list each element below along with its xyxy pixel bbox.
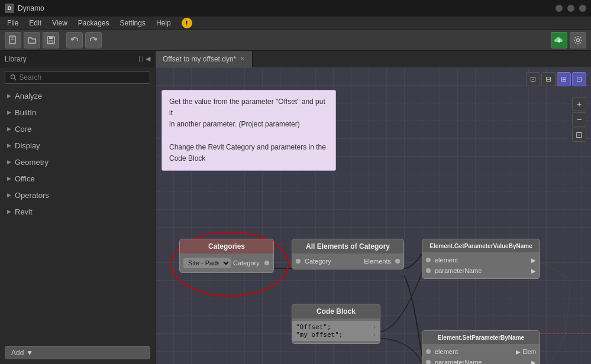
menu-settings[interactable]: Settings bbox=[115, 18, 150, 28]
category-port-label: Category bbox=[233, 259, 260, 266]
menu-file[interactable]: File bbox=[2, 18, 23, 28]
set-element-input-port bbox=[426, 349, 431, 354]
get-param-header: Element.GetParameterValueByName bbox=[422, 239, 540, 252]
warning-icon[interactable]: ! bbox=[182, 18, 192, 28]
settings-button[interactable] bbox=[570, 32, 586, 48]
menubar: File Edit View Packages Settings Help ! bbox=[0, 17, 591, 30]
sidebar-item-label: BuiltIn bbox=[15, 108, 36, 117]
tab-bar: Offset to my offset.dyn* ✕ bbox=[156, 51, 591, 67]
info-box: Get the value from the parameter "Offset… bbox=[162, 90, 336, 171]
set-param-row-param: parameterName ▶ bbox=[422, 357, 540, 364]
sidebar-item-label: Office bbox=[15, 174, 35, 183]
zoom-controls: + − ⊡ bbox=[572, 97, 586, 142]
code-row-2: "my offset"; › bbox=[296, 331, 376, 339]
category-output-port bbox=[264, 261, 269, 265]
menu-help[interactable]: Help bbox=[151, 18, 176, 28]
svg-point-7 bbox=[577, 38, 580, 41]
set-param-row-element: element ▶ Elem bbox=[422, 346, 540, 357]
sidebar-item-label: Display bbox=[15, 141, 40, 150]
canvas[interactable]: ⊡ ⊟ ⊞ ⊡ + − ⊡ Get the value from the par… bbox=[156, 67, 591, 364]
canvas-area: Offset to my offset.dyn* ✕ ⊡ ⊟ ⊞ ⊡ + − ⊡… bbox=[156, 51, 591, 364]
search-icon bbox=[10, 74, 17, 81]
chevron-right-icon: ▶ bbox=[7, 159, 11, 165]
get-param-row-element: element ▶ bbox=[422, 255, 540, 265]
elements-output-label: Elements bbox=[364, 258, 391, 265]
add-btn-container: Add ▼ bbox=[0, 342, 155, 364]
menu-edit[interactable]: Edit bbox=[24, 18, 46, 28]
all-elements-node: All Elements of Category Category Elemen… bbox=[292, 239, 404, 269]
chevron-right-icon: ▶ bbox=[7, 126, 11, 132]
set-param-node: Element.SetParameterByName element ▶ Ele… bbox=[422, 330, 540, 364]
tab-close-icon[interactable]: ✕ bbox=[240, 55, 245, 63]
chevron-right-icon: ▶ bbox=[7, 209, 11, 214]
canvas-tool-3d[interactable]: ⊞ bbox=[557, 72, 571, 86]
param-input-port bbox=[426, 268, 431, 273]
app-logo: D bbox=[5, 4, 14, 13]
maximize-button[interactable] bbox=[567, 5, 574, 12]
all-elements-row: Category Elements bbox=[292, 256, 403, 266]
sidebar-header: Library | | ◀ bbox=[0, 51, 155, 67]
sidebar-item-operators[interactable]: ▶ Operators bbox=[0, 187, 155, 203]
sidebar-item-core[interactable]: ▶ Core bbox=[0, 121, 155, 137]
chevron-right-icon: ▶ bbox=[7, 192, 11, 198]
titlebar-left: D Dynamo bbox=[5, 4, 44, 13]
tab-main[interactable]: Offset to my offset.dyn* ✕ bbox=[156, 51, 253, 67]
open-button[interactable] bbox=[24, 32, 40, 48]
search-box bbox=[5, 71, 150, 84]
info-line4: Change the Revit Category and parameters… bbox=[169, 142, 328, 153]
get-param-node: Element.GetParameterValueByName element … bbox=[422, 239, 540, 279]
app-title: Dynamo bbox=[18, 4, 44, 12]
element-input-port bbox=[426, 258, 431, 262]
library-label: Library bbox=[5, 55, 27, 63]
add-button[interactable]: Add ▼ bbox=[5, 346, 150, 359]
redo-button[interactable] bbox=[85, 32, 102, 48]
code-block-header: Code Block bbox=[292, 304, 380, 318]
sidebar-item-revit[interactable]: ▶ Revit bbox=[0, 203, 155, 220]
info-line1: Get the value from the parameter "Offset… bbox=[169, 96, 328, 119]
save-button[interactable] bbox=[43, 32, 59, 48]
zoom-out-button[interactable]: − bbox=[572, 112, 586, 126]
new-button[interactable] bbox=[5, 32, 21, 48]
dropdown-arrow-icon: ▼ bbox=[26, 349, 33, 357]
close-button[interactable] bbox=[579, 5, 586, 12]
svg-line-9 bbox=[14, 78, 16, 80]
fit-view-button[interactable]: ⊡ bbox=[572, 128, 586, 142]
svg-rect-4 bbox=[49, 37, 53, 39]
sidebar-item-analyze[interactable]: ▶ Analyze bbox=[0, 87, 155, 104]
sidebar-item-geometry[interactable]: ▶ Geometry bbox=[0, 154, 155, 170]
undo-button[interactable] bbox=[66, 32, 83, 48]
code-content[interactable]: "Offset"; › "my offset"; › bbox=[292, 321, 380, 341]
sidebar-item-label: Geometry bbox=[15, 158, 49, 167]
categories-select-row: Site - Pads Category bbox=[180, 256, 273, 270]
main-layout: Library | | ◀ ▶ Analyze ▶ BuiltIn ▶ Core… bbox=[0, 51, 591, 364]
window-controls bbox=[556, 5, 586, 12]
search-input[interactable] bbox=[19, 73, 145, 82]
menu-view[interactable]: View bbox=[47, 18, 72, 28]
sidebar-item-label: Core bbox=[15, 125, 31, 134]
sidebar-item-builtin[interactable]: ▶ BuiltIn bbox=[0, 104, 155, 121]
sidebar-icons: | | ◀ bbox=[138, 55, 150, 63]
zoom-in-button[interactable]: + bbox=[572, 97, 586, 111]
svg-point-8 bbox=[11, 75, 15, 79]
elements-output-port bbox=[395, 259, 400, 264]
search-container bbox=[0, 67, 155, 87]
category-dropdown[interactable]: Site - Pads bbox=[183, 258, 231, 268]
titlebar: D Dynamo bbox=[0, 0, 591, 17]
sidebar-item-office[interactable]: ▶ Office bbox=[0, 170, 155, 187]
code-block-node: Code Block "Offset"; › "my offset"; › bbox=[292, 304, 380, 344]
categories-node: Categories Site - Pads Category bbox=[179, 239, 274, 273]
canvas-tool-home[interactable]: ⊡ bbox=[526, 72, 540, 86]
minimize-button[interactable] bbox=[556, 5, 563, 12]
canvas-tool-fit[interactable]: ⊟ bbox=[541, 72, 556, 86]
all-elements-body: Category Elements bbox=[292, 254, 403, 269]
category-input-port bbox=[296, 259, 301, 264]
tab-label: Offset to my offset.dyn* bbox=[163, 55, 236, 63]
category-input-label: Category bbox=[305, 258, 331, 265]
cloud-button[interactable] bbox=[551, 32, 567, 48]
set-param-input-port bbox=[426, 360, 431, 364]
toolbar bbox=[0, 30, 591, 51]
canvas-tool-nav[interactable]: ⊡ bbox=[572, 72, 586, 86]
sidebar-item-display[interactable]: ▶ Display bbox=[0, 137, 155, 154]
menu-packages[interactable]: Packages bbox=[73, 18, 114, 28]
get-param-row-param: parameterName ▶ bbox=[422, 265, 540, 276]
